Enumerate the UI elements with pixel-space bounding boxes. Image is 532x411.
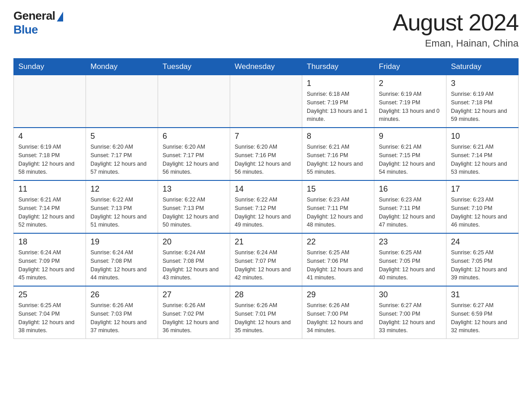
calendar-cell-w1-d6: 3Sunrise: 6:19 AMSunset: 7:18 PMDaylight… — [446, 75, 519, 128]
day-info: Sunrise: 6:27 AMSunset: 6:59 PMDaylight:… — [451, 301, 514, 335]
day-info: Sunrise: 6:19 AMSunset: 7:19 PMDaylight:… — [379, 90, 442, 124]
day-number: 23 — [379, 237, 442, 247]
day-info: Sunrise: 6:27 AMSunset: 7:00 PMDaylight:… — [379, 301, 442, 335]
day-number: 18 — [18, 237, 81, 247]
day-number: 19 — [90, 237, 153, 247]
day-info: Sunrise: 6:26 AMSunset: 7:01 PMDaylight:… — [235, 301, 297, 335]
col-wednesday: Wednesday — [230, 59, 302, 75]
day-number: 14 — [235, 184, 297, 194]
col-monday: Monday — [86, 59, 158, 75]
day-info: Sunrise: 6:23 AMSunset: 7:11 PMDaylight:… — [379, 196, 442, 229]
day-number: 1 — [307, 79, 369, 88]
day-number: 25 — [18, 290, 81, 300]
day-info: Sunrise: 6:24 AMSunset: 7:08 PMDaylight:… — [163, 248, 225, 282]
calendar-week-1: 1Sunrise: 6:18 AMSunset: 7:19 PMDaylight… — [14, 75, 519, 128]
day-number: 20 — [163, 237, 225, 247]
day-info: Sunrise: 6:25 AMSunset: 7:05 PMDaylight:… — [451, 248, 514, 282]
day-number: 22 — [307, 237, 369, 247]
calendar-cell-w2-d3: 7Sunrise: 6:20 AMSunset: 7:16 PMDaylight… — [230, 128, 302, 180]
calendar-cell-w5-d3: 28Sunrise: 6:26 AMSunset: 7:01 PMDayligh… — [230, 286, 302, 339]
calendar-cell-w2-d5: 9Sunrise: 6:21 AMSunset: 7:15 PMDaylight… — [374, 128, 446, 180]
day-info: Sunrise: 6:20 AMSunset: 7:17 PMDaylight:… — [163, 143, 225, 176]
calendar-cell-w5-d5: 30Sunrise: 6:27 AMSunset: 7:00 PMDayligh… — [374, 286, 446, 339]
day-number: 5 — [90, 132, 153, 141]
day-info: Sunrise: 6:22 AMSunset: 7:13 PMDaylight:… — [163, 196, 225, 229]
day-number: 16 — [379, 184, 442, 194]
col-friday: Friday — [374, 59, 446, 75]
day-number: 7 — [235, 132, 297, 141]
calendar-cell-w2-d6: 10Sunrise: 6:21 AMSunset: 7:14 PMDayligh… — [446, 128, 519, 180]
day-number: 30 — [379, 290, 442, 300]
calendar-week-2: 4Sunrise: 6:19 AMSunset: 7:18 PMDaylight… — [14, 128, 519, 180]
calendar-cell-w3-d2: 13Sunrise: 6:22 AMSunset: 7:13 PMDayligh… — [158, 180, 230, 233]
day-number: 28 — [235, 290, 297, 300]
day-number: 15 — [307, 184, 369, 194]
day-info: Sunrise: 6:20 AMSunset: 7:16 PMDaylight:… — [235, 143, 297, 176]
day-number: 6 — [163, 132, 225, 141]
day-info: Sunrise: 6:24 AMSunset: 7:08 PMDaylight:… — [90, 248, 153, 282]
day-info: Sunrise: 6:20 AMSunset: 7:17 PMDaylight:… — [90, 143, 153, 176]
calendar-cell-w4-d1: 19Sunrise: 6:24 AMSunset: 7:08 PMDayligh… — [86, 233, 158, 286]
logo-general-text: General — [13, 9, 55, 23]
day-info: Sunrise: 6:25 AMSunset: 7:04 PMDaylight:… — [18, 301, 81, 335]
calendar-cell-w4-d2: 20Sunrise: 6:24 AMSunset: 7:08 PMDayligh… — [158, 233, 230, 286]
logo-triangle-icon — [57, 12, 63, 21]
calendar-cell-w3-d6: 17Sunrise: 6:23 AMSunset: 7:10 PMDayligh… — [446, 180, 519, 233]
day-number: 13 — [163, 184, 225, 194]
day-number: 2 — [379, 79, 442, 88]
calendar-table: Sunday Monday Tuesday Wednesday Thursday… — [13, 58, 519, 339]
day-info: Sunrise: 6:21 AMSunset: 7:14 PMDaylight:… — [18, 196, 81, 229]
day-info: Sunrise: 6:24 AMSunset: 7:07 PMDaylight:… — [235, 248, 297, 282]
calendar-cell-w1-d4: 1Sunrise: 6:18 AMSunset: 7:19 PMDaylight… — [302, 75, 374, 128]
day-number: 11 — [18, 184, 81, 194]
col-tuesday: Tuesday — [158, 59, 230, 75]
calendar-cell-w1-d0 — [14, 75, 86, 128]
day-info: Sunrise: 6:19 AMSunset: 7:18 PMDaylight:… — [451, 90, 514, 124]
calendar-cell-w3-d0: 11Sunrise: 6:21 AMSunset: 7:14 PMDayligh… — [14, 180, 86, 233]
day-number: 21 — [235, 237, 297, 247]
day-info: Sunrise: 6:25 AMSunset: 7:06 PMDaylight:… — [307, 248, 369, 282]
day-info: Sunrise: 6:24 AMSunset: 7:09 PMDaylight:… — [18, 248, 81, 282]
calendar-cell-w4-d0: 18Sunrise: 6:24 AMSunset: 7:09 PMDayligh… — [14, 233, 86, 286]
day-info: Sunrise: 6:26 AMSunset: 7:00 PMDaylight:… — [307, 301, 369, 335]
calendar-cell-w1-d5: 2Sunrise: 6:19 AMSunset: 7:19 PMDaylight… — [374, 75, 446, 128]
col-thursday: Thursday — [302, 59, 374, 75]
day-number: 31 — [451, 290, 514, 300]
day-number: 4 — [18, 132, 81, 141]
month-title: August 2024 — [393, 9, 519, 36]
calendar-cell-w5-d2: 27Sunrise: 6:26 AMSunset: 7:02 PMDayligh… — [158, 286, 230, 339]
calendar-week-3: 11Sunrise: 6:21 AMSunset: 7:14 PMDayligh… — [14, 180, 519, 233]
title-section: August 2024 Eman, Hainan, China — [393, 9, 519, 49]
calendar-cell-w5-d1: 26Sunrise: 6:26 AMSunset: 7:03 PMDayligh… — [86, 286, 158, 339]
calendar-header-row: Sunday Monday Tuesday Wednesday Thursday… — [14, 59, 519, 75]
logo-blue-text: Blue — [13, 23, 38, 37]
day-info: Sunrise: 6:25 AMSunset: 7:05 PMDaylight:… — [379, 248, 442, 282]
day-number: 17 — [451, 184, 514, 194]
calendar-cell-w5-d6: 31Sunrise: 6:27 AMSunset: 6:59 PMDayligh… — [446, 286, 519, 339]
day-number: 24 — [451, 237, 514, 247]
calendar-cell-w1-d1 — [86, 75, 158, 128]
day-number: 27 — [163, 290, 225, 300]
day-number: 9 — [379, 132, 442, 141]
day-info: Sunrise: 6:22 AMSunset: 7:13 PMDaylight:… — [90, 196, 153, 229]
page-header: General Blue August 2024 Eman, Hainan, C… — [13, 9, 519, 49]
calendar-cell-w4-d4: 22Sunrise: 6:25 AMSunset: 7:06 PMDayligh… — [302, 233, 374, 286]
location-title: Eman, Hainan, China — [393, 38, 519, 49]
calendar-cell-w5-d4: 29Sunrise: 6:26 AMSunset: 7:00 PMDayligh… — [302, 286, 374, 339]
calendar-cell-w2-d0: 4Sunrise: 6:19 AMSunset: 7:18 PMDaylight… — [14, 128, 86, 180]
calendar-cell-w4-d6: 24Sunrise: 6:25 AMSunset: 7:05 PMDayligh… — [446, 233, 519, 286]
logo: General Blue — [13, 9, 63, 37]
calendar-cell-w3-d4: 15Sunrise: 6:23 AMSunset: 7:11 PMDayligh… — [302, 180, 374, 233]
calendar-week-5: 25Sunrise: 6:25 AMSunset: 7:04 PMDayligh… — [14, 286, 519, 339]
day-info: Sunrise: 6:22 AMSunset: 7:12 PMDaylight:… — [235, 196, 297, 229]
calendar-cell-w1-d2 — [158, 75, 230, 128]
calendar-cell-w3-d1: 12Sunrise: 6:22 AMSunset: 7:13 PMDayligh… — [86, 180, 158, 233]
day-info: Sunrise: 6:23 AMSunset: 7:10 PMDaylight:… — [451, 196, 514, 229]
calendar-cell-w2-d4: 8Sunrise: 6:21 AMSunset: 7:16 PMDaylight… — [302, 128, 374, 180]
calendar-cell-w5-d0: 25Sunrise: 6:25 AMSunset: 7:04 PMDayligh… — [14, 286, 86, 339]
day-number: 26 — [90, 290, 153, 300]
day-number: 12 — [90, 184, 153, 194]
day-number: 3 — [451, 79, 514, 88]
day-number: 29 — [307, 290, 369, 300]
day-info: Sunrise: 6:26 AMSunset: 7:02 PMDaylight:… — [163, 301, 225, 335]
